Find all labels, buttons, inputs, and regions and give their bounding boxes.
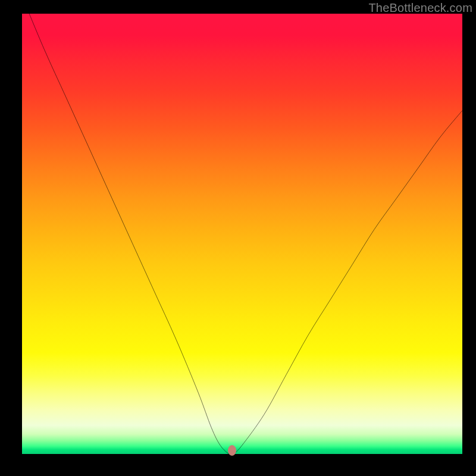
optimal-point-marker (228, 445, 236, 456)
plot-area (22, 14, 462, 454)
bottleneck-curve (22, 14, 462, 454)
chart-frame: TheBottleneck.com (0, 0, 476, 476)
watermark-text: TheBottleneck.com (368, 1, 472, 15)
